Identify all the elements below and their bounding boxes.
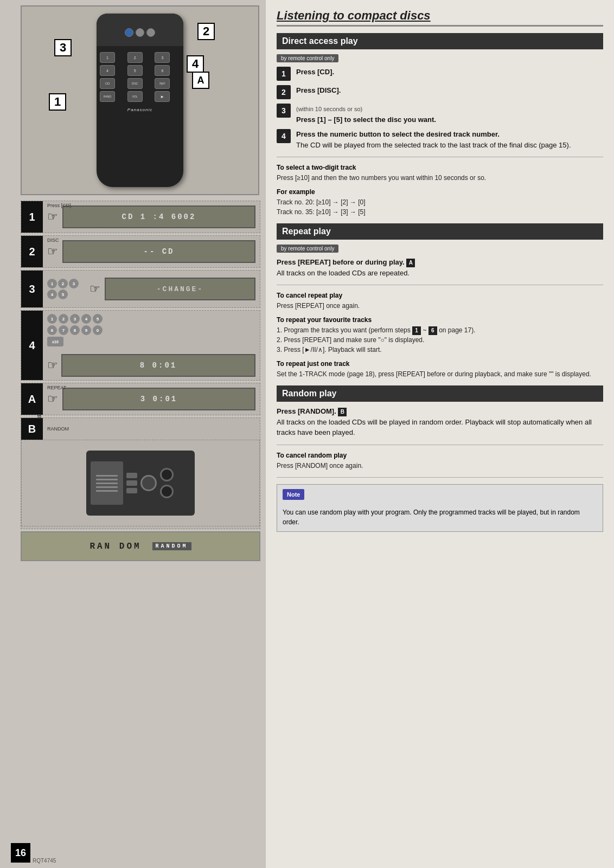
step-B-header: B RANDOM xyxy=(21,418,260,440)
stereo-illustration xyxy=(21,440,260,526)
step-1-sublabel: Press [CD]. xyxy=(47,203,72,208)
remote-grid-btn-vol: VOL xyxy=(127,91,143,102)
random-body: All tracks on the loaded CDs will be pla… xyxy=(277,418,592,437)
remote-button-grid: 1 2 3 4 5 6 CD DISC REP RAND VOL ► xyxy=(97,49,183,105)
one-track-body: Set the 1-TRACK mode (page 18), press [R… xyxy=(277,369,603,379)
step-circle-2: 2 xyxy=(277,85,291,99)
btn-8: 8 xyxy=(70,325,80,335)
remote-btn-sleep xyxy=(125,28,133,37)
num-1: 1 xyxy=(47,279,57,288)
callout-2: 2 xyxy=(197,23,215,40)
step-2-item: 2 Press [DISC]. xyxy=(277,85,603,99)
cd-line-5 xyxy=(96,490,118,492)
section-repeat-play: Repeat play xyxy=(277,223,603,240)
callout-4: 4 xyxy=(187,55,204,73)
step-4-display: 8 0:01 xyxy=(61,354,255,377)
remote-grid-btn-5: 5 xyxy=(127,65,143,76)
remote-top xyxy=(97,14,183,46)
favourite-line-3: 3. Press [►/II/∧]. Playback will start. xyxy=(277,345,603,355)
remote-grid-btn-rand: RAND xyxy=(100,91,115,102)
step-row-1: 1 Press [CD]. ☞ CD 1 :4 6002 xyxy=(21,201,260,233)
cancel-repeat-title: To cancel repeat play xyxy=(277,292,603,299)
cancel-random-title: To cancel random play xyxy=(277,452,603,459)
random-letter-badge: B xyxy=(338,408,347,416)
step-3-hand: ☞ xyxy=(89,282,100,296)
step-B-sublabel: RANDOM xyxy=(47,426,69,432)
step-2-display: -- CD xyxy=(62,240,255,263)
left-content: 2 3 4 A 1 1 2 3 4 5 6 CD xyxy=(21,5,260,561)
step-num-A: A xyxy=(21,383,43,415)
step-content-A: REPEAT ☞ 3 0:01 xyxy=(43,383,260,415)
num-4: 4 xyxy=(47,290,57,299)
lcd-text: RAN DOM xyxy=(89,542,141,551)
btn-9: 9 xyxy=(81,325,91,335)
step-A-hand: ☞ xyxy=(47,392,58,406)
remote-grid-btn-rep: REP xyxy=(155,78,170,89)
repeat-letter-badge: A xyxy=(406,259,415,267)
repeat-strong: Press [REPEAT] before or during play. A xyxy=(277,258,415,266)
step-1-item: 1 Press [CD]. xyxy=(277,67,603,81)
step-row-3: 3 1 2 3 4 5 ☞ -CHANGE- xyxy=(21,270,260,308)
divider-3 xyxy=(277,445,603,445)
cancel-random-section: To cancel random play Press [RANDOM] onc… xyxy=(277,452,603,471)
step-3-subtext: (within 10 seconds or so) xyxy=(296,106,362,112)
step-1-text: Press [CD]. xyxy=(296,67,603,78)
step-4-item: 4 Press the numeric button to select the… xyxy=(277,129,603,150)
cd-slot xyxy=(91,461,123,505)
step-content-2: DISC ☞ -- CD xyxy=(43,236,260,267)
btn-4: 4 xyxy=(81,314,91,324)
example-line-1: Track no. 20: [≥10] → [2] → [0] xyxy=(277,197,603,207)
step-4-row: ☞ 8 0:01 xyxy=(47,354,255,377)
remote-grid-btn-disc: DISC xyxy=(127,78,143,89)
stereo-dial xyxy=(140,475,157,491)
cancel-random-body: Press [RANDOM] once again. xyxy=(277,461,603,471)
step-1-display: CD 1 :4 6002 xyxy=(62,205,255,228)
divider-4 xyxy=(277,477,603,478)
num-2: 2 xyxy=(58,279,68,288)
random-badge: RANDOM xyxy=(152,542,191,550)
btn-0: 0 xyxy=(93,325,103,335)
inline-num-1: 1 xyxy=(412,326,421,335)
step-3-item: 3 (within 10 seconds or so) Press [1] – … xyxy=(277,104,603,125)
callout-A: A xyxy=(192,72,209,89)
example-line-2: Track no. 35: [≥10] → [3] → [5] xyxy=(277,207,603,217)
favourite-section: To repeat your favourite tracks 1. Progr… xyxy=(277,316,603,355)
num-cluster-4: 1 2 3 4 5 6 7 8 9 0 ≥10 xyxy=(47,314,112,346)
step-row-4: 4 1 2 3 4 5 6 7 8 9 0 ≥10 ☞ xyxy=(21,310,260,381)
remote-grid-btn-4: 4 xyxy=(100,65,115,76)
num-3: 3 xyxy=(69,279,79,288)
step-1-strong: Press [CD]. xyxy=(296,68,334,76)
favourite-line-1: 1. Program the tracks you want (perform … xyxy=(277,325,603,335)
step-3-strong: Press [1] – [5] to select the disc you w… xyxy=(296,115,436,124)
btn-1: 1 xyxy=(47,314,57,324)
right-panel: Listening to compact discs Direct access… xyxy=(266,0,614,868)
remote-grid-btn-2: 2 xyxy=(127,52,143,63)
badge-direct-remote: by remote control only xyxy=(277,54,338,62)
num-cluster-3: 1 2 3 4 5 xyxy=(47,279,85,299)
left-panel: Listening operations 2 3 4 A 1 1 2 3 xyxy=(0,0,266,868)
step-2-hand: ☞ xyxy=(47,245,58,259)
cd-line-4 xyxy=(96,486,118,488)
btn-5: 5 xyxy=(93,314,103,324)
cd-line-2 xyxy=(96,479,118,480)
step-num-4: 4 xyxy=(21,311,43,380)
panasonic-label: Panasonic xyxy=(97,107,183,112)
btn-ge10: ≥10 xyxy=(47,337,63,346)
page-title: Listening to compact discs xyxy=(277,9,603,27)
page-number: 16 xyxy=(11,843,30,863)
stereo-unit xyxy=(86,451,195,516)
step-circle-3: 3 xyxy=(277,104,291,118)
stereo-speakers xyxy=(160,468,174,498)
divider-1 xyxy=(277,157,603,157)
speaker-left xyxy=(160,468,174,481)
two-digit-title: To select a two-digit track xyxy=(277,164,603,171)
step-2-sublabel: DISC xyxy=(47,237,59,243)
random-strong: Press [RANDOM]. B xyxy=(277,407,347,415)
inline-num-6: 6 xyxy=(428,326,437,335)
two-digit-body: Press [≥10] and then the two numbers you… xyxy=(277,173,603,183)
doc-ref: RQT4745 xyxy=(33,858,56,864)
step-2-text: Press [DISC]. xyxy=(296,85,603,96)
stereo-btn-3 xyxy=(126,488,137,493)
step-2-strong: Press [DISC]. xyxy=(296,86,341,94)
stereo-controls xyxy=(126,473,137,493)
